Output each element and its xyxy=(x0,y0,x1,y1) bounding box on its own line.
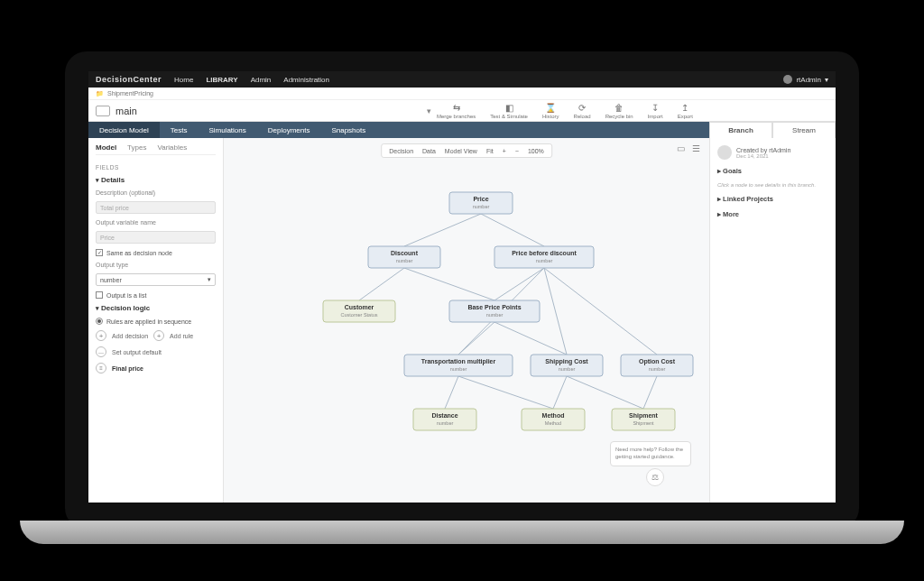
node-subtitle: Method xyxy=(545,420,561,426)
left-panel: ModelTypesVariables FIELDS Details Descr… xyxy=(88,138,224,503)
toolbar-action[interactable]: 🗑Recycle bin xyxy=(605,103,633,119)
page-title: main xyxy=(116,106,421,116)
chevron-down-icon: ▾ xyxy=(825,76,828,84)
node-subtitle: Customer Status xyxy=(341,312,378,318)
top-nav-item[interactable]: Administration xyxy=(283,76,329,84)
creator-line: Created by rtAdmin xyxy=(736,147,790,153)
linked-projects-section[interactable]: Linked Projects xyxy=(717,195,828,203)
top-nav-item[interactable]: Admin xyxy=(251,76,272,84)
diagram-canvas[interactable]: DecisionDataModel ViewFit+−100% ▭ ☰ Pric… xyxy=(224,138,709,503)
title-action-bar: ⇆Merge branches◧Test & Simulate⌛History⟳… xyxy=(437,103,693,119)
same-as-decision-label: Same as decision node xyxy=(106,250,172,256)
diagram-node[interactable]: Distancenumber xyxy=(413,409,476,430)
right-panel: Created by rtAdmin Dec 14, 2021 Goals Cl… xyxy=(709,138,836,503)
app-toolbar: DecisionCenter HomeLIBRARYAdminAdministr… xyxy=(88,71,836,88)
diagram-node[interactable]: ShipmentShipment xyxy=(612,409,675,430)
rules-sequence-label: Rules are applied in sequence xyxy=(106,318,191,325)
creator-info: Created by rtAdmin Dec 14, 2021 xyxy=(717,145,828,160)
main-tab[interactable]: Decision Model xyxy=(88,122,160,138)
output-is-list-checkbox[interactable]: Output is a list xyxy=(96,291,216,299)
chevron-down-icon[interactable]: ▾ xyxy=(427,106,431,115)
creator-date: Dec 14, 2021 xyxy=(736,153,790,159)
toolbar-action[interactable]: ⇆Merge branches xyxy=(437,103,476,119)
output-type-select[interactable]: number ▾ xyxy=(96,273,216,286)
diagram-edge xyxy=(567,376,643,409)
toolbar-action[interactable]: ⌛History xyxy=(542,103,559,119)
left-panel-tab[interactable]: Variables xyxy=(157,143,187,152)
avatar-icon xyxy=(717,145,732,160)
set-default-button[interactable]: ⋯ xyxy=(96,346,106,357)
node-title: Base Price Points xyxy=(467,304,521,310)
diagram-node[interactable]: Price before discountnumber xyxy=(494,246,594,268)
diagram-node[interactable]: MethodMethod xyxy=(522,409,585,430)
action-icon: ↧ xyxy=(651,103,659,113)
right-top-tab[interactable]: Branch xyxy=(709,122,772,138)
add-decision-button[interactable]: + xyxy=(96,330,106,341)
same-as-decision-checkbox[interactable]: ✓ Same as decision node xyxy=(96,249,216,256)
node-subtitle: Shipment xyxy=(633,420,654,426)
action-icon: ⟳ xyxy=(578,103,586,113)
decision-logic-toggle[interactable]: Decision logic xyxy=(96,304,216,312)
top-nav-item[interactable]: LIBRARY xyxy=(206,76,237,84)
final-price-button[interactable]: ≡ xyxy=(96,363,106,374)
diagram-node[interactable]: Pricenumber xyxy=(449,192,513,214)
node-title: Shipping Cost xyxy=(545,358,588,365)
toolbar-action[interactable]: ↧Import xyxy=(648,103,663,119)
goals-hint: Click a node to see details in this bran… xyxy=(717,182,828,188)
toolbar-action[interactable]: ⟳Reload xyxy=(574,103,591,119)
checkbox-icon xyxy=(96,291,103,299)
main-tab[interactable]: Snapshots xyxy=(320,122,376,138)
diagram-edge xyxy=(544,268,567,355)
diagram-node[interactable]: Discountnumber xyxy=(368,246,440,268)
goals-section[interactable]: Goals xyxy=(717,167,828,175)
action-icon: ↥ xyxy=(681,103,688,113)
breadcrumb: 📁 ShipmentPricing xyxy=(88,88,836,100)
main-tab[interactable]: Simulations xyxy=(198,122,256,138)
action-label: Import xyxy=(648,114,663,119)
left-panel-tab[interactable]: Model xyxy=(96,143,116,152)
action-icon: ⌛ xyxy=(545,103,556,113)
user-menu[interactable]: rtAdmin ▾ xyxy=(783,75,828,84)
diagram-edge xyxy=(404,214,481,246)
title-row: main ▾ ⇆Merge branches◧Test & Simulate⌛H… xyxy=(88,100,836,122)
diagram-node[interactable]: Option Costnumber xyxy=(621,355,693,376)
top-nav-item[interactable]: Home xyxy=(174,76,193,84)
details-section-toggle[interactable]: Details xyxy=(96,176,216,184)
rules-sequence-radio[interactable]: Rules are applied in sequence xyxy=(96,318,216,325)
diagram-edge xyxy=(445,376,458,409)
left-panel-tab[interactable]: Types xyxy=(127,143,146,152)
add-rule-button[interactable]: + xyxy=(153,330,164,341)
action-label: Merge branches xyxy=(437,114,476,119)
output-is-list-label: Output is a list xyxy=(106,292,146,299)
description-input[interactable]: Total price xyxy=(96,201,216,214)
diagram-edge xyxy=(458,322,494,355)
laptop-frame: DecisionCenter HomeLIBRARYAdminAdministr… xyxy=(65,51,859,530)
action-label: History xyxy=(542,114,559,119)
node-subtitle: number xyxy=(450,366,467,372)
node-subtitle: number xyxy=(649,366,666,372)
output-var-label: Output variable name xyxy=(96,219,216,226)
add-rule-label: Add rule xyxy=(170,333,193,339)
output-var-input[interactable]: Price xyxy=(96,231,216,244)
node-title: Transportation multiplier xyxy=(421,358,496,365)
main-tab[interactable]: Tests xyxy=(160,122,199,138)
diagram-edge xyxy=(404,268,494,300)
right-top-tab[interactable]: Stream xyxy=(772,122,836,138)
diagram-node[interactable]: CustomerCustomer Status xyxy=(323,300,395,322)
action-icon: ⇆ xyxy=(453,103,460,113)
help-bubble-icon[interactable]: ⚖ xyxy=(646,468,664,486)
guidance-hint[interactable]: Need more help? Follow the getting start… xyxy=(610,441,691,466)
node-title: Option Cost xyxy=(639,358,676,365)
toolbar-action[interactable]: ↥Export xyxy=(678,103,693,119)
diagram-node[interactable]: Transportation multipliernumber xyxy=(404,355,513,376)
diagram-node[interactable]: Shipping Costnumber xyxy=(531,355,603,376)
toolbar-action[interactable]: ◧Test & Simulate xyxy=(490,103,528,119)
more-section[interactable]: More xyxy=(717,210,828,218)
app-screen: DecisionCenter HomeLIBRARYAdminAdministr… xyxy=(88,71,836,503)
node-title: Shipment xyxy=(629,412,659,420)
main-tab[interactable]: Deployments xyxy=(257,122,321,138)
diagram-node[interactable]: Base Price Pointsnumber xyxy=(449,300,540,322)
node-subtitle: number xyxy=(473,204,490,209)
fields-section-label: FIELDS xyxy=(96,164,216,171)
breadcrumb-project[interactable]: ShipmentPricing xyxy=(107,90,153,97)
